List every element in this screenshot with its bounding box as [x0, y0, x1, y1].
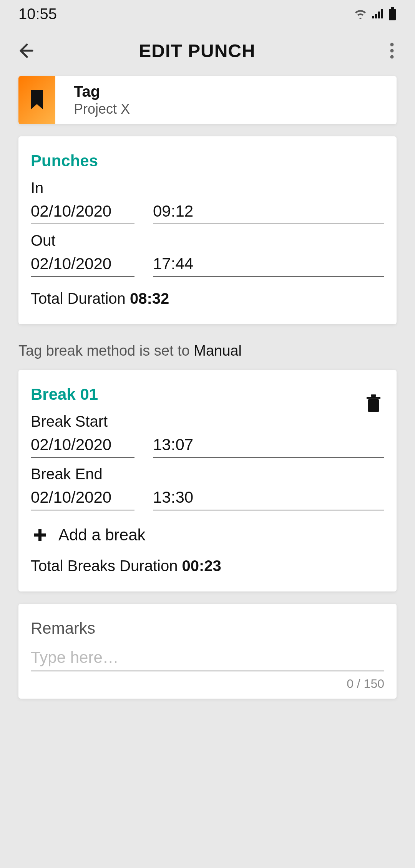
add-break-label: Add a break [58, 526, 146, 544]
delete-break-button[interactable] [363, 393, 384, 414]
svg-point-8 [390, 55, 394, 59]
svg-rect-2 [378, 12, 380, 18]
svg-rect-3 [381, 9, 383, 18]
total-duration-label: Total Duration [31, 290, 130, 307]
break-section-title: Break 01 [31, 385, 384, 404]
break-start-label: Break Start [31, 413, 384, 430]
punch-in-date-field[interactable]: 02/10/2020 [31, 200, 134, 224]
svg-rect-1 [375, 14, 377, 18]
break-end-row: 02/10/2020 13:30 [31, 486, 384, 510]
remarks-title: Remarks [31, 619, 384, 638]
battery-icon [388, 7, 397, 20]
break-method-prefix: Tag break method is set to [18, 343, 194, 359]
svg-rect-10 [367, 397, 380, 399]
status-bar: 10:55 [0, 0, 415, 28]
break-method-mode: Manual [194, 343, 242, 359]
svg-rect-4 [391, 7, 394, 9]
total-breaks-value: 00:23 [182, 557, 221, 574]
tag-card[interactable]: Tag Project X [18, 76, 397, 124]
punch-in-label: In [31, 179, 384, 197]
break-start-time-field[interactable]: 13:07 [153, 433, 384, 458]
add-break-button[interactable]: Add a break [31, 526, 384, 544]
break-start-row: 02/10/2020 13:07 [31, 433, 384, 458]
tag-icon-wrap [18, 76, 55, 124]
break-method-note: Tag break method is set to Manual [18, 336, 397, 370]
app-bar: EDIT PUNCH [0, 28, 415, 74]
remarks-card: Remarks 0 / 150 [18, 604, 397, 699]
status-icons [354, 7, 397, 20]
total-breaks-label: Total Breaks Duration [31, 557, 182, 574]
svg-rect-5 [389, 9, 396, 20]
punch-in-time-field[interactable]: 09:12 [153, 200, 384, 224]
svg-point-6 [390, 43, 394, 46]
signal-icon [371, 8, 384, 19]
punch-in-row: 02/10/2020 09:12 [31, 200, 384, 224]
break-end-time-field[interactable]: 13:30 [153, 486, 384, 510]
svg-point-7 [390, 49, 394, 53]
status-time: 10:55 [18, 5, 57, 23]
tag-text: Tag Project X [55, 76, 141, 124]
punches-section-title: Punches [31, 152, 384, 170]
punches-card: Punches In 02/10/2020 09:12 Out 02/10/20… [18, 136, 397, 324]
punch-out-date-field[interactable]: 02/10/2020 [31, 252, 134, 277]
tag-label: Tag [74, 83, 130, 100]
plus-icon [31, 527, 48, 543]
punch-out-time-field[interactable]: 17:44 [153, 252, 384, 277]
break-end-label: Break End [31, 465, 384, 483]
punch-out-label: Out [31, 232, 384, 249]
remarks-char-counter: 0 / 150 [31, 677, 384, 691]
more-vert-icon [390, 42, 394, 59]
remarks-input[interactable] [31, 646, 384, 671]
total-duration: Total Duration 08:32 [31, 290, 384, 307]
overflow-menu-button[interactable] [380, 39, 403, 62]
svg-rect-11 [371, 394, 376, 397]
page-title: EDIT PUNCH [29, 40, 365, 61]
svg-rect-0 [372, 16, 374, 18]
break-01-card: Break 01 Break Start 02/10/2020 13:07 Br… [18, 370, 397, 591]
total-breaks-duration: Total Breaks Duration 00:23 [31, 557, 384, 575]
bookmark-icon [29, 89, 45, 111]
wifi-icon [354, 8, 367, 19]
punch-out-row: 02/10/2020 17:44 [31, 252, 384, 277]
trash-icon [366, 394, 381, 413]
break-start-date-field[interactable]: 02/10/2020 [31, 433, 134, 458]
svg-rect-9 [368, 399, 379, 412]
tag-value: Project X [74, 101, 130, 117]
break-end-date-field[interactable]: 02/10/2020 [31, 486, 134, 510]
total-duration-value: 08:32 [130, 290, 169, 307]
